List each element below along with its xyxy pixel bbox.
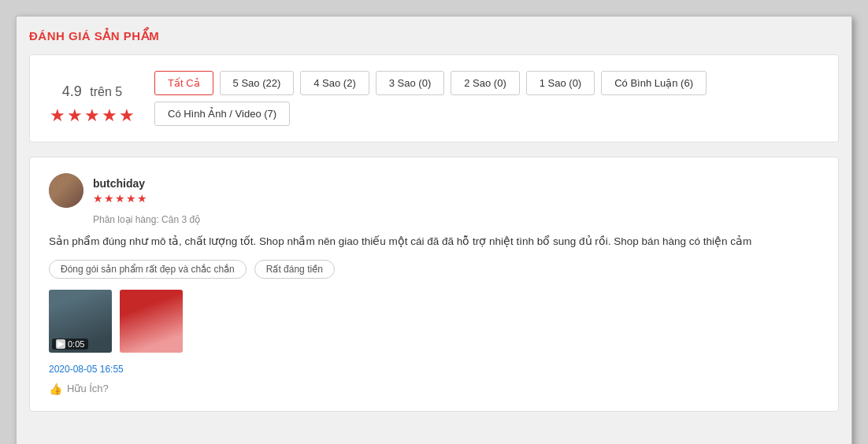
star-5: ★	[119, 105, 135, 126]
media-thumb-video[interactable]: ▶ 0:05	[49, 290, 112, 353]
filter-area: Tất Cả 5 Sao (22) 4 Sao (2) 3 Sao (0) 2 …	[154, 71, 819, 126]
section-title: ĐÁNH GIÁ SẢN PHẨM	[29, 29, 839, 43]
star-4: ★	[102, 105, 117, 126]
reviewer-star-5: ★	[137, 192, 147, 205]
reviewer-stars: ★ ★ ★ ★ ★	[93, 192, 147, 205]
review-text: Sản phẩm đúng như mô tả, chất lượng tốt.…	[49, 233, 819, 250]
reviewer-star-4: ★	[126, 192, 136, 205]
reviewer-info: butchiday ★ ★ ★ ★ ★	[93, 177, 147, 205]
star-3: ★	[84, 105, 100, 126]
filter-btn-5-sao[interactable]: 5 Sao (22)	[220, 71, 295, 95]
filter-btn-4-sao[interactable]: 4 Sao (2)	[300, 71, 369, 95]
thumbs-up-icon: 👍	[49, 383, 62, 395]
reviewer-star-3: ★	[115, 192, 125, 205]
filter-btn-1-sao[interactable]: 1 Sao (0)	[526, 71, 595, 95]
score-label: trên 5	[90, 85, 122, 98]
rating-box: 4.9 trên 5 ★ ★ ★ ★ ★ Tất Cả 5 Sao (22) 4…	[29, 54, 839, 142]
media-row: ▶ 0:05	[49, 290, 819, 353]
star-2: ★	[67, 105, 83, 126]
product-type: Phân loại hàng: Cân 3 độ	[93, 214, 819, 225]
filter-btn-tat-ca[interactable]: Tất Cả	[154, 71, 213, 95]
review-date: 2020-08-05 16:55	[49, 364, 819, 375]
filter-btn-3-sao[interactable]: 3 Sao (0)	[376, 71, 444, 95]
star-1: ★	[50, 105, 65, 126]
tag-worth[interactable]: Rất đáng tiền	[254, 260, 335, 279]
filter-btn-co-binh-luan[interactable]: Có Bình Luận (6)	[601, 71, 707, 95]
stars-row: ★ ★ ★ ★ ★	[50, 105, 135, 126]
reviewer-star-2: ★	[104, 192, 114, 205]
media-thumb-image[interactable]	[120, 290, 183, 353]
filter-btn-media[interactable]: Có Hình Ảnh / Video (7)	[154, 102, 290, 126]
filter-btn-2-sao[interactable]: 2 Sao (0)	[451, 71, 519, 95]
video-overlay: ▶ 0:05	[52, 339, 88, 350]
score-value: 4.9	[62, 83, 82, 99]
review-header: butchiday ★ ★ ★ ★ ★	[49, 173, 819, 208]
rating-left: 4.9 trên 5 ★ ★ ★ ★ ★	[49, 71, 135, 126]
video-duration: 0:05	[68, 339, 84, 349]
avatar	[49, 173, 83, 208]
rating-score: 4.9 trên 5	[62, 71, 123, 101]
page-container: ĐÁNH GIÁ SẢN PHẨM 4.9 trên 5 ★ ★ ★ ★ ★ T…	[16, 16, 852, 444]
tag-row: Đóng gói sản phẩm rất đẹp và chắc chắn R…	[49, 260, 819, 279]
helpful-row: 👍 Hữu Ích?	[49, 383, 819, 395]
tag-packaging[interactable]: Đóng gói sản phẩm rất đẹp và chắc chắn	[49, 260, 247, 279]
reviewer-star-1: ★	[93, 192, 103, 205]
video-play-icon: ▶	[56, 339, 65, 349]
reviewer-name: butchiday	[93, 177, 147, 190]
review-section: butchiday ★ ★ ★ ★ ★ Phân loại hàng: Cân …	[29, 157, 839, 412]
helpful-label[interactable]: Hữu Ích?	[67, 383, 109, 394]
